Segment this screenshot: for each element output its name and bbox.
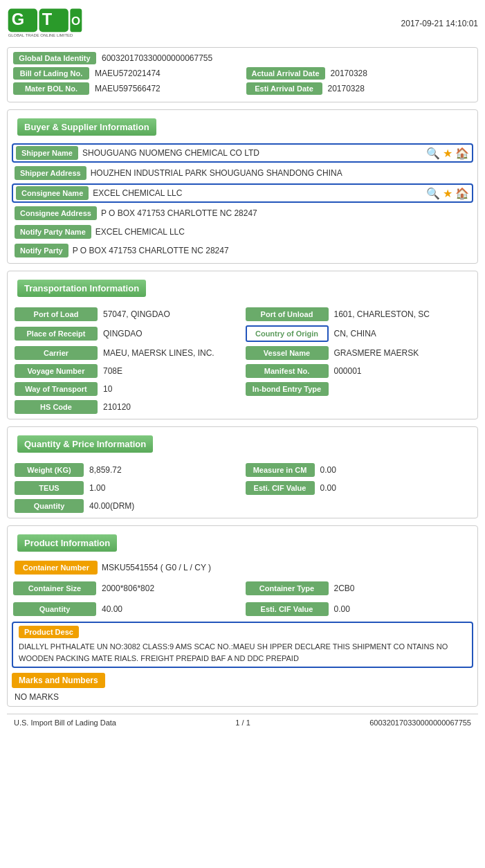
transportation-title: Transportation Information: [24, 283, 139, 293]
place-receipt-value: QINGDAO: [98, 329, 143, 338]
consignee-star-icon[interactable]: ★: [443, 187, 452, 200]
way-transport-label: Way of Transport: [15, 382, 98, 396]
weight-cell: Weight (KG) 8,859.72: [12, 461, 243, 479]
container-type-label: Container Type: [246, 581, 329, 595]
quantity-prod-value: 40.00: [96, 604, 122, 614]
shipper-address-value: HOUZHEN INDUSTRIAL PARK SHOUGUANG SHANDO…: [86, 168, 342, 178]
container-number-row: Container Number MSKU5541554 ( G0 / L / …: [12, 559, 473, 576]
container-number-label: Container Number: [15, 561, 98, 575]
quantity-prod-cell: Quantity 40.00: [10, 600, 243, 618]
notify-party-value: P O BOX 471753 CHARLOTTE NC 28247: [68, 246, 229, 255]
esti-cif-qp-label: Esti. CIF Value: [246, 481, 315, 495]
teus-value: 1.00: [84, 483, 105, 493]
voyage-number-cell: Voyage Number 708E: [12, 362, 243, 380]
svg-text:T: T: [42, 10, 53, 28]
quantity-price-header: Quantity & Price Information: [17, 435, 153, 453]
buyer-supplier-header: Buyer & Supplier Information: [17, 118, 156, 136]
consignee-search-icon[interactable]: 🔍: [426, 187, 440, 200]
carrier-label: Carrier: [15, 346, 98, 360]
product-info-header: Product Information: [17, 534, 117, 552]
voyage-number-label: Voyage Number: [15, 364, 98, 378]
mater-bol-value: MAEU597566472: [95, 84, 161, 93]
port-load-value: 57047, QINGDAO: [98, 309, 170, 319]
inbond-entry-cell: In-bond Entry Type: [243, 380, 474, 398]
teus-cell: TEUS 1.00: [12, 479, 243, 497]
weight-label: Weight (KG): [15, 463, 84, 477]
footer-left: U.S. Import Bill of Lading Data: [14, 718, 116, 727]
container-size-value: 2000*806*802: [96, 584, 154, 593]
product-desc-label: Product Desc: [19, 626, 79, 638]
hs-code-cell: HS Code 210120: [12, 398, 473, 416]
marks-value: NO MARKS: [8, 691, 477, 706]
consignee-home-icon[interactable]: 🏠: [455, 187, 469, 200]
page-header: G T O GLOBAL TRADE ONLINE LIMITED 2017-0…: [7, 7, 478, 40]
actual-arrival-value: 20170328: [331, 69, 367, 78]
shipper-home-icon[interactable]: 🏠: [455, 147, 469, 160]
consignee-address-value: P O BOX 471753 CHARLOTTE NC 28247: [97, 208, 257, 218]
marks-label: Marks and Numbers: [12, 673, 105, 688]
container-number-value: MSKU5541554 ( G0 / L / CY ): [98, 563, 211, 572]
place-receipt-label: Place of Receipt: [15, 327, 98, 341]
product-desc-value: DIALLYL PHTHALATE UN NO:3082 CLASS:9 AMS…: [19, 641, 466, 664]
transportation-grid: Port of Load 57047, QINGDAO Port of Unlo…: [8, 302, 477, 419]
port-unload-cell: Port of Unload 1601, CHARLESTON, SC: [243, 305, 474, 323]
actual-arrival-label: Actual Arrival Date: [246, 67, 325, 80]
consignee-address-row: Consignee Address P O BOX 471753 CHARLOT…: [12, 205, 473, 221]
container-size-type-row: Container Size 2000*806*802 Container Ty…: [8, 578, 477, 599]
consignee-name-row: Consignee Name EXCEL CHEMICAL LLC 🔍 ★ 🏠: [12, 183, 473, 203]
logo: G T O GLOBAL TRADE ONLINE LIMITED: [7, 7, 83, 40]
shipper-search-icon[interactable]: 🔍: [426, 147, 440, 160]
svg-text:O: O: [71, 15, 80, 28]
notify-party-row: Notify Party P O BOX 471753 CHARLOTTE NC…: [12, 242, 473, 259]
esti-arrival-value: 20170328: [328, 84, 365, 93]
voyage-number-value: 708E: [98, 366, 122, 376]
mater-bol-label: Mater BOL No.: [13, 82, 89, 95]
esti-cif-prod-cell: Esti. CIF Value 0.00: [243, 600, 475, 618]
quantity-price-section: Quantity & Price Information Weight (KG)…: [7, 426, 478, 518]
bill-lading-value: MAEU572021474: [95, 69, 161, 78]
measure-value: 0.00: [315, 465, 336, 475]
quantity-qp-value: 40.00(DRM): [84, 501, 134, 511]
country-origin-label: Country of Origin: [246, 325, 329, 342]
transportation-header: Transportation Information: [17, 280, 146, 297]
shipper-name-row: Shipper Name SHOUGUANG NUOMENG CHEMICAL …: [12, 143, 473, 163]
port-load-label: Port of Load: [15, 307, 98, 321]
hs-code-value: 210120: [98, 402, 131, 412]
consignee-name-value: EXCEL CHEMICAL LLC: [89, 188, 182, 198]
footer-center: 1 / 1: [235, 718, 250, 727]
quantity-price-title: Quantity & Price Information: [24, 439, 146, 449]
vessel-name-label: Vessel Name: [246, 346, 329, 360]
port-unload-label: Port of Unload: [246, 307, 329, 321]
quantity-qp-label: Quantity: [15, 499, 84, 513]
container-size-cell: Container Size 2000*806*802: [10, 579, 243, 597]
shipper-star-icon[interactable]: ★: [443, 147, 452, 160]
shipper-name-value: SHOUGUANG NUOMENG CHEMICAL CO LTD: [78, 148, 259, 158]
buyer-supplier-title: Buyer & Supplier Information: [24, 122, 149, 132]
vessel-name-cell: Vessel Name GRASMERE MAERSK: [243, 344, 474, 362]
port-load-cell: Port of Load 57047, QINGDAO: [12, 305, 243, 323]
notify-party-label: Notify Party: [15, 244, 68, 257]
esti-cif-prod-label: Esti. CIF Value: [246, 602, 329, 616]
notify-party-name-value: EXCEL CHEMICAL LLC: [91, 227, 185, 237]
container-size-label: Container Size: [13, 581, 96, 595]
shipper-address-label: Shipper Address: [15, 166, 86, 180]
quantity-prod-label: Quantity: [13, 602, 96, 616]
port-unload-value: 1601, CHARLESTON, SC: [329, 309, 430, 319]
weight-value: 8,859.72: [84, 465, 122, 475]
shipper-name-label: Shipper Name: [16, 146, 78, 160]
quantity-qp-cell: Quantity 40.00(DRM): [12, 497, 473, 515]
esti-cif-prod-value: 0.00: [329, 604, 350, 614]
esti-cif-qp-value: 0.00: [315, 483, 336, 493]
esti-cif-qp-cell: Esti. CIF Value 0.00: [243, 479, 474, 497]
page-footer: U.S. Import Bill of Lading Data 1 / 1 60…: [7, 714, 478, 731]
bill-lading-label: Bill of Lading No.: [13, 67, 89, 80]
identity-section: Global Data Identity 6003201703300000000…: [7, 47, 478, 102]
bill-lading-row: Bill of Lading No. MAEU572021474 Actual …: [13, 67, 472, 80]
way-transport-value: 10: [98, 384, 112, 394]
container-type-cell: Container Type 2CB0: [243, 579, 475, 597]
teus-label: TEUS: [15, 481, 84, 495]
global-data-row: Global Data Identity 6003201703300000000…: [13, 52, 472, 64]
global-data-value: 600320170330000000067755: [102, 53, 212, 63]
carrier-cell: Carrier MAEU, MAERSK LINES, INC.: [12, 344, 243, 362]
shipper-address-row: Shipper Address HOUZHEN INDUSTRIAL PARK …: [12, 165, 473, 181]
